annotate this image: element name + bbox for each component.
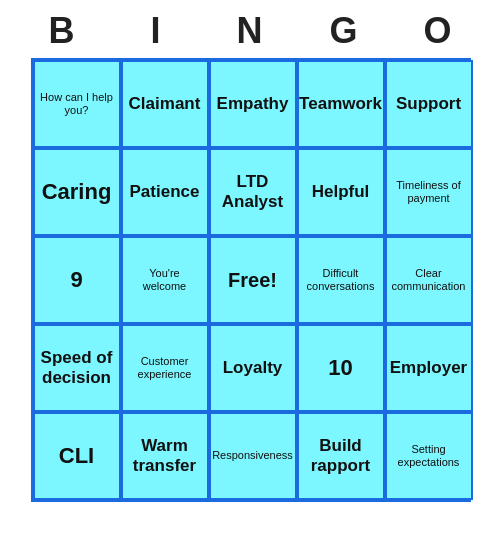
bingo-cell-24: Setting expectations bbox=[385, 412, 473, 500]
bingo-cell-5: Caring bbox=[33, 148, 121, 236]
bingo-cell-20: CLI bbox=[33, 412, 121, 500]
bingo-cell-12: Free! bbox=[209, 236, 297, 324]
bingo-cell-10: 9 bbox=[33, 236, 121, 324]
bingo-cell-17: Loyalty bbox=[209, 324, 297, 412]
bingo-cell-9: Timeliness of payment bbox=[385, 148, 473, 236]
title-i: I bbox=[113, 10, 201, 52]
title-g: G bbox=[301, 10, 389, 52]
bingo-cell-18: 10 bbox=[297, 324, 385, 412]
bingo-cell-4: Support bbox=[385, 60, 473, 148]
bingo-cell-2: Empathy bbox=[209, 60, 297, 148]
bingo-grid: How can I help you?ClaimantEmpathyTeamwo… bbox=[31, 58, 471, 502]
title-n: N bbox=[207, 10, 295, 52]
bingo-cell-8: Helpful bbox=[297, 148, 385, 236]
bingo-cell-14: Clear communication bbox=[385, 236, 473, 324]
bingo-cell-23: Build rapport bbox=[297, 412, 385, 500]
bingo-cell-7: LTD Analyst bbox=[209, 148, 297, 236]
bingo-cell-0: How can I help you? bbox=[33, 60, 121, 148]
bingo-title: B I N G O bbox=[16, 0, 486, 58]
bingo-cell-21: Warm transfer bbox=[121, 412, 209, 500]
title-o: O bbox=[395, 10, 483, 52]
bingo-cell-3: Teamwork bbox=[297, 60, 385, 148]
bingo-cell-22: Responsiveness bbox=[209, 412, 297, 500]
bingo-cell-1: Claimant bbox=[121, 60, 209, 148]
bingo-cell-16: Customer experience bbox=[121, 324, 209, 412]
bingo-cell-6: Patience bbox=[121, 148, 209, 236]
bingo-cell-15: Speed of decision bbox=[33, 324, 121, 412]
bingo-cell-13: Difficult conversations bbox=[297, 236, 385, 324]
bingo-cell-19: Employer bbox=[385, 324, 473, 412]
title-b: B bbox=[19, 10, 107, 52]
bingo-cell-11: You're welcome bbox=[121, 236, 209, 324]
